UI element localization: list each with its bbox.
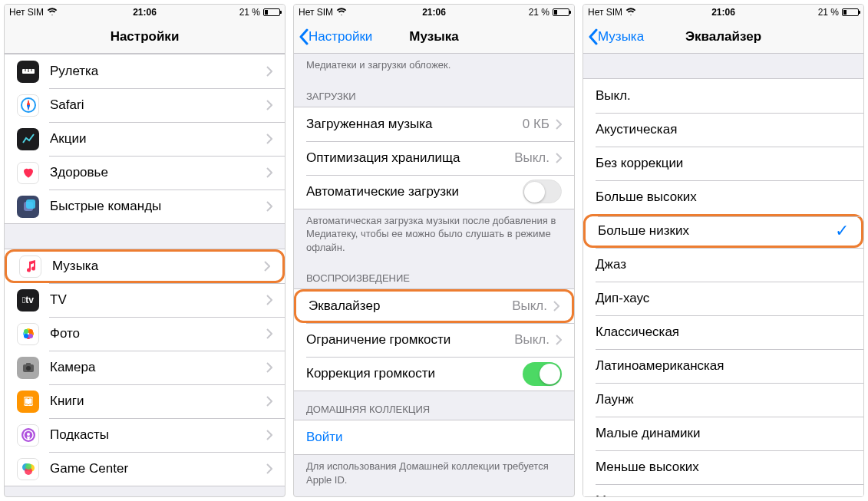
back-button[interactable]: Музыка [583, 28, 644, 45]
list-item[interactable]: Здоровье [5, 156, 285, 190]
row-value: 0 КБ [523, 117, 550, 132]
eq-option[interactable]: Больше высоких [583, 180, 863, 214]
row-label: Подкасты [50, 427, 266, 443]
app-icon [17, 162, 39, 184]
chevron-right-icon [266, 463, 272, 474]
footer-text: Автоматическая загрузка музыки после доб… [294, 209, 574, 261]
eq-option[interactable]: Лаунж [583, 383, 863, 417]
music-settings-content[interactable]: Медиатеки и загрузки обложек. ЗАГРУЗКИ З… [294, 54, 574, 496]
list-item[interactable]: Быстрые команды [5, 190, 285, 223]
eq-option[interactable]: Малые динамики [583, 417, 863, 450]
eq-option[interactable]: Меньше низких [583, 484, 863, 496]
row-label: Эквалайзер [309, 298, 512, 314]
sign-in-link: Войти [306, 430, 562, 445]
svg-point-29 [25, 463, 31, 470]
equalizer-screen: Нет SIM 21:06 21 % Музыка Эквалайзер Вык… [583, 4, 864, 497]
optimize-storage-row[interactable]: Оптимизация хранилища Выкл. [294, 141, 574, 175]
row-value: Выкл. [514, 150, 550, 166]
row-value: Выкл. [512, 298, 547, 314]
row-label: Здоровье [50, 165, 266, 180]
svg-point-25 [27, 433, 30, 436]
row-label: Книги [50, 394, 266, 409]
eq-option[interactable]: Без коррекции [583, 147, 863, 180]
equalizer-row[interactable]: Эквалайзер Выкл. [294, 289, 574, 323]
eq-option[interactable]: Больше низких✓ [583, 214, 863, 248]
status-bar: Нет SIM 21:06 21 % [5, 5, 285, 20]
list-item[interactable]: tvTV [5, 283, 285, 317]
status-bar: Нет SIM 21:06 21 % [583, 5, 863, 20]
sound-check-row[interactable]: Коррекция громкости [294, 357, 574, 391]
list-item[interactable]: Подкасты [5, 418, 285, 452]
svg-point-18 [24, 334, 28, 338]
list-item[interactable]: Книги [5, 384, 285, 418]
app-icon [17, 94, 39, 117]
option-label: Классическая [596, 325, 851, 340]
downloaded-music-row[interactable]: Загруженная музыка 0 КБ [294, 107, 574, 141]
app-icon [17, 61, 39, 83]
settings-list[interactable]: РулеткаSafariАкцииЗдоровьеБыстрые команд… [5, 54, 285, 496]
sign-in-row[interactable]: Войти [294, 420, 574, 454]
section-header-downloads: ЗАГРУЗКИ [294, 78, 574, 107]
app-icon [17, 458, 39, 480]
svg-rect-21 [26, 363, 31, 365]
app-icon [17, 128, 39, 150]
chevron-right-icon [553, 301, 559, 311]
chevron-right-icon [556, 153, 562, 163]
settings-root-screen: Нет SIM 21:06 21 % Настройки РулеткаSafa… [4, 4, 285, 497]
list-item[interactable]: Камера [5, 351, 285, 384]
option-label: Малые динамики [596, 426, 851, 441]
row-label: Музыка [52, 259, 264, 274]
svg-point-17 [28, 334, 33, 338]
svg-point-15 [24, 329, 28, 334]
chevron-right-icon [266, 133, 272, 144]
chevron-right-icon [266, 100, 272, 110]
eq-option[interactable]: Выкл. [583, 79, 863, 113]
option-label: Джаз [596, 257, 851, 272]
eq-option[interactable]: Классическая [583, 315, 863, 349]
music-settings-screen: Нет SIM 21:06 21 % Настройки Музыка Меди… [293, 4, 575, 497]
row-label: Оптимизация хранилища [306, 150, 514, 166]
row-label: TV [50, 292, 266, 308]
row-label: Акции [50, 131, 266, 147]
row-label: Game Center [50, 461, 266, 476]
auto-download-row[interactable]: Автоматические загрузки [294, 175, 574, 209]
option-label: Меньше низких [596, 493, 851, 496]
eq-option[interactable]: Латиноамериканская [583, 349, 863, 383]
sound-check-toggle[interactable] [523, 362, 562, 386]
app-icon [19, 255, 41, 278]
clock: 21:06 [294, 7, 574, 18]
app-icon [17, 391, 39, 413]
app-icon [17, 196, 39, 218]
volume-limit-row[interactable]: Ограничение громкости Выкл. [294, 323, 574, 357]
back-button[interactable]: Настройки [294, 28, 372, 45]
eq-option[interactable]: Акустическая [583, 113, 863, 147]
row-label: Рулетка [50, 64, 266, 79]
app-icon [17, 424, 39, 447]
app-icon [17, 323, 39, 345]
list-item[interactable]: Рулетка [5, 54, 285, 88]
row-label: Камера [50, 360, 266, 375]
chevron-right-icon [556, 335, 562, 345]
chevron-right-icon [266, 396, 272, 407]
svg-point-16 [28, 329, 33, 334]
clock: 21:06 [5, 7, 285, 18]
list-item[interactable]: Музыка [5, 249, 285, 283]
list-item[interactable]: Фото [5, 317, 285, 351]
row-label: Фото [50, 326, 266, 341]
option-label: Больше высоких [596, 190, 851, 205]
svg-rect-10 [26, 199, 35, 209]
list-item[interactable]: Safari [5, 88, 285, 122]
option-label: Латиноамериканская [596, 358, 851, 374]
list-item[interactable]: Game Center [5, 452, 285, 486]
list-item[interactable]: Акции [5, 122, 285, 156]
equalizer-options[interactable]: Выкл.АкустическаяБез коррекцииБольше выс… [583, 54, 863, 496]
auto-download-toggle[interactable] [523, 180, 562, 203]
eq-option[interactable]: Меньше высоких [583, 450, 863, 484]
chevron-right-icon [266, 66, 272, 77]
eq-option[interactable]: Дип-хаус [583, 282, 863, 315]
option-label: Больше низких [598, 223, 835, 239]
chevron-right-icon [266, 167, 272, 178]
eq-option[interactable]: Джаз [583, 248, 863, 282]
page-title: Настройки [5, 29, 285, 44]
chevron-right-icon [266, 295, 272, 305]
